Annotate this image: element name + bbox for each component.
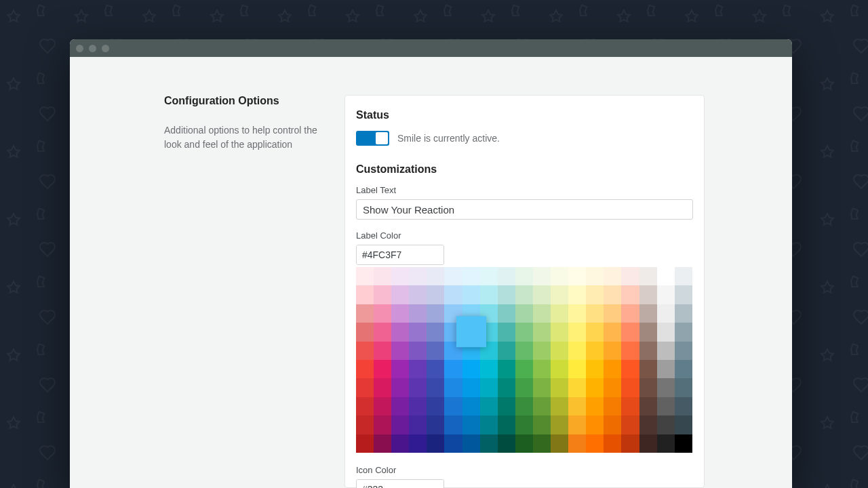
color-swatch[interactable] <box>456 317 486 348</box>
color-swatch[interactable] <box>462 285 480 304</box>
color-swatch[interactable] <box>374 415 391 434</box>
color-swatch[interactable] <box>586 267 604 285</box>
color-swatch[interactable] <box>675 397 692 415</box>
color-swatch[interactable] <box>551 378 568 396</box>
color-swatch[interactable] <box>586 342 604 360</box>
color-swatch[interactable] <box>374 434 391 453</box>
color-swatch[interactable] <box>621 342 639 360</box>
color-swatch[interactable] <box>604 285 621 304</box>
color-swatch[interactable] <box>391 397 409 415</box>
color-swatch[interactable] <box>498 415 515 434</box>
color-swatch[interactable] <box>444 267 462 285</box>
color-swatch[interactable] <box>657 378 675 396</box>
color-swatch[interactable] <box>639 434 657 453</box>
color-swatch[interactable] <box>391 304 409 323</box>
color-swatch[interactable] <box>675 434 692 453</box>
color-swatch[interactable] <box>462 415 480 434</box>
color-swatch[interactable] <box>657 415 675 434</box>
color-swatch[interactable] <box>533 285 551 304</box>
color-swatch[interactable] <box>444 415 462 434</box>
color-swatch[interactable] <box>444 378 462 396</box>
color-swatch[interactable] <box>551 267 568 285</box>
color-swatch[interactable] <box>621 415 639 434</box>
color-swatch[interactable] <box>533 342 551 360</box>
color-swatch[interactable] <box>639 415 657 434</box>
color-swatch[interactable] <box>480 267 498 285</box>
color-swatch[interactable] <box>639 397 657 415</box>
color-swatch[interactable] <box>462 360 480 378</box>
color-swatch[interactable] <box>409 267 427 285</box>
color-swatch[interactable] <box>586 397 604 415</box>
color-swatch[interactable] <box>427 397 444 415</box>
label-text-input[interactable] <box>356 199 693 220</box>
color-swatch[interactable] <box>427 415 444 434</box>
color-swatch[interactable] <box>498 378 515 396</box>
color-swatch[interactable] <box>374 378 391 396</box>
color-swatch[interactable] <box>639 285 657 304</box>
color-swatch[interactable] <box>657 434 675 453</box>
color-swatch[interactable] <box>444 360 462 378</box>
color-swatch[interactable] <box>409 285 427 304</box>
color-swatch[interactable] <box>657 323 675 341</box>
color-swatch[interactable] <box>568 342 586 360</box>
color-swatch[interactable] <box>568 397 586 415</box>
color-swatch[interactable] <box>498 267 515 285</box>
color-swatch[interactable] <box>515 378 533 396</box>
color-swatch[interactable] <box>639 360 657 378</box>
color-swatch[interactable] <box>409 434 427 453</box>
color-swatch[interactable] <box>427 267 444 285</box>
color-swatch[interactable] <box>604 342 621 360</box>
color-swatch[interactable] <box>675 323 692 341</box>
color-swatch[interactable] <box>639 378 657 396</box>
color-swatch[interactable] <box>498 342 515 360</box>
color-swatch[interactable] <box>568 323 586 341</box>
color-swatch[interactable] <box>551 323 568 341</box>
color-swatch[interactable] <box>515 285 533 304</box>
color-swatch[interactable] <box>533 304 551 323</box>
color-swatch[interactable] <box>675 304 692 323</box>
color-swatch[interactable] <box>356 360 374 378</box>
color-swatch[interactable] <box>551 304 568 323</box>
color-swatch[interactable] <box>551 415 568 434</box>
color-swatch[interactable] <box>675 360 692 378</box>
color-swatch[interactable] <box>621 304 639 323</box>
color-swatch[interactable] <box>621 267 639 285</box>
color-swatch[interactable] <box>409 323 427 341</box>
color-swatch[interactable] <box>639 342 657 360</box>
color-swatch[interactable] <box>604 434 621 453</box>
color-swatch[interactable] <box>586 304 604 323</box>
color-swatch[interactable] <box>533 397 551 415</box>
color-swatch[interactable] <box>639 304 657 323</box>
color-swatch[interactable] <box>391 323 409 341</box>
color-swatch[interactable] <box>462 378 480 396</box>
color-swatch[interactable] <box>409 342 427 360</box>
color-swatch[interactable] <box>621 434 639 453</box>
color-swatch[interactable] <box>621 378 639 396</box>
color-swatch[interactable] <box>621 360 639 378</box>
color-swatch[interactable] <box>356 342 374 360</box>
color-swatch[interactable] <box>391 415 409 434</box>
color-swatch[interactable] <box>480 285 498 304</box>
color-swatch[interactable] <box>374 304 391 323</box>
color-swatch[interactable] <box>515 415 533 434</box>
color-swatch[interactable] <box>515 360 533 378</box>
color-swatch[interactable] <box>675 378 692 396</box>
color-swatch[interactable] <box>657 342 675 360</box>
color-swatch[interactable] <box>551 397 568 415</box>
color-swatch[interactable] <box>480 360 498 378</box>
window-minimize-dot[interactable] <box>89 45 96 52</box>
color-swatch[interactable] <box>356 434 374 453</box>
color-swatch[interactable] <box>568 415 586 434</box>
color-swatch[interactable] <box>427 378 444 396</box>
color-swatch[interactable] <box>533 267 551 285</box>
color-swatch[interactable] <box>533 415 551 434</box>
color-swatch[interactable] <box>374 397 391 415</box>
color-swatch[interactable] <box>604 378 621 396</box>
color-swatch[interactable] <box>480 397 498 415</box>
color-swatch[interactable] <box>515 323 533 341</box>
color-swatch[interactable] <box>374 323 391 341</box>
color-swatch[interactable] <box>391 360 409 378</box>
icon-color-hex-input[interactable] <box>357 480 444 488</box>
color-swatch[interactable] <box>409 378 427 396</box>
color-swatch[interactable] <box>604 304 621 323</box>
